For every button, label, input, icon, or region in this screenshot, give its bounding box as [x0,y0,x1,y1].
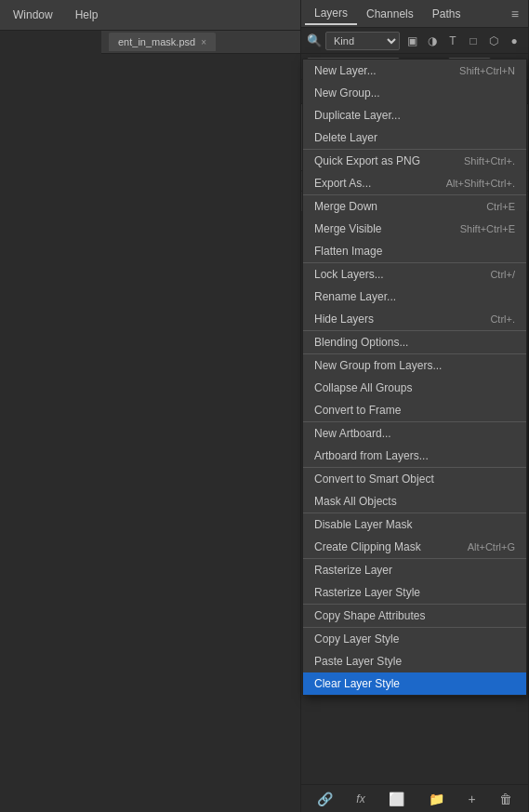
menu-disable-layer-mask[interactable]: Disable Layer Mask [303,513,526,536]
menu-flatten-image[interactable]: Flatten Image [303,240,526,262]
menu-quick-export[interactable]: Quick Export as PNG Shift+Ctrl+. [303,150,526,172]
smart-filter-icon[interactable]: ⬡ [485,34,502,47]
text-filter-icon[interactable]: T [444,34,461,47]
link-layers-icon[interactable]: 🔗 [317,792,333,806]
menu-blending-options[interactable]: Blending Options... [303,331,526,353]
menu-hide-layers[interactable]: Hide Layers Ctrl+. [303,308,526,330]
shape-filter-icon[interactable]: □ [465,34,482,47]
menu-new-layer[interactable]: New Layer... Shift+Ctrl+N [303,60,526,82]
adjust-filter-icon[interactable]: ◑ [424,34,441,47]
menu-new-artboard[interactable]: New Artboard... [303,422,526,445]
context-menu: New Layer... Shift+Ctrl+N New Group... D… [302,59,527,696]
menu-convert-to-frame[interactable]: Convert to Frame [303,399,526,421]
menu-convert-smart-object[interactable]: Convert to Smart Object [303,468,526,490]
menu-section-10: Rasterize Layer Rasterize Layer Style [303,559,526,605]
menu-rename-layer[interactable]: Rename Layer... [303,286,526,308]
menu-merge-visible[interactable]: Merge Visible Shift+Ctrl+E [303,218,526,240]
menu-section-4: Lock Layers... Ctrl+/ Rename Layer... Hi… [303,263,526,331]
pixel-filter-icon[interactable]: ▣ [403,34,420,47]
menu-section-8: Convert to Smart Object Mask All Objects [303,468,526,513]
menu-clear-layer-style[interactable]: Clear Layer Style [303,672,526,695]
layers-bottom-bar: 🔗 fx ⬜ 📁 + 🗑 [301,784,528,812]
menu-paste-layer-style[interactable]: Paste Layer Style [303,650,526,672]
layers-search-row: 🔍 Kind ▣ ◑ T □ ⬡ ● [301,28,528,54]
menu-rasterize-layer[interactable]: Rasterize Layer [303,559,526,581]
file-tab[interactable]: ent_in_mask.psd × [109,33,216,51]
new-group-icon[interactable]: 📁 [429,792,444,806]
tab-file-name: ent_in_mask.psd [118,36,195,47]
left-panel [0,31,101,812]
layers-panel-menu-icon[interactable]: ≡ [506,7,524,21]
tab-layers[interactable]: Layers [305,3,357,25]
menu-export-as[interactable]: Export As... Alt+Shift+Ctrl+. [303,172,526,194]
menu-rasterize-layer-style[interactable]: Rasterize Layer Style [303,581,526,604]
menu-create-clipping-mask[interactable]: Create Clipping Mask Alt+Ctrl+G [303,536,526,558]
menu-lock-layers[interactable]: Lock Layers... Ctrl+/ [303,263,526,286]
menu-copy-layer-style[interactable]: Copy Layer Style [303,628,526,650]
menu-section-5: Blending Options... [303,331,526,354]
add-style-icon[interactable]: fx [356,792,364,805]
menu-new-group[interactable]: New Group... [303,82,526,104]
search-icon[interactable]: 🔍 [307,33,322,47]
menu-section-7: New Artboard... Artboard from Layers... [303,422,526,468]
menu-section-1: New Layer... Shift+Ctrl+N New Group... D… [303,60,526,150]
menu-collapse-all-groups[interactable]: Collapse All Groups [303,377,526,399]
menu-window[interactable]: Window [7,5,59,25]
add-mask-icon[interactable]: ⬜ [389,792,404,806]
menu-section-9: Disable Layer Mask Create Clipping Mask … [303,513,526,559]
menu-copy-shape-attributes[interactable]: Copy Shape Attributes [303,605,526,627]
menu-section-11: Copy Shape Attributes [303,605,526,628]
layers-tabs-row: Layers Channels Paths ≡ [301,0,528,28]
close-tab-icon[interactable]: × [201,37,206,47]
menu-section-12: Copy Layer Style Paste Layer Style Clear… [303,628,526,695]
new-layer-icon[interactable]: + [468,792,475,806]
menu-merge-down[interactable]: Merge Down Ctrl+E [303,195,526,218]
menu-delete-layer[interactable]: Delete Layer [303,126,526,149]
menu-help[interactable]: Help [70,5,104,25]
menu-mask-all-objects[interactable]: Mask All Objects [303,490,526,512]
menu-artboard-from-layers[interactable]: Artboard from Layers... [303,445,526,467]
menu-new-group-from-layers[interactable]: New Group from Layers... [303,354,526,377]
menu-section-3: Merge Down Ctrl+E Merge Visible Shift+Ct… [303,195,526,263]
menu-section-2: Quick Export as PNG Shift+Ctrl+. Export … [303,150,526,195]
menu-duplicate-layer[interactable]: Duplicate Layer... [303,104,526,126]
tab-paths[interactable]: Paths [423,4,470,24]
menu-section-6: New Group from Layers... Collapse All Gr… [303,354,526,422]
delete-layer-icon[interactable]: 🗑 [499,792,512,806]
filter-toggle[interactable]: ● [506,34,522,47]
tab-channels[interactable]: Channels [357,4,423,24]
kind-select[interactable]: Kind [325,32,400,50]
